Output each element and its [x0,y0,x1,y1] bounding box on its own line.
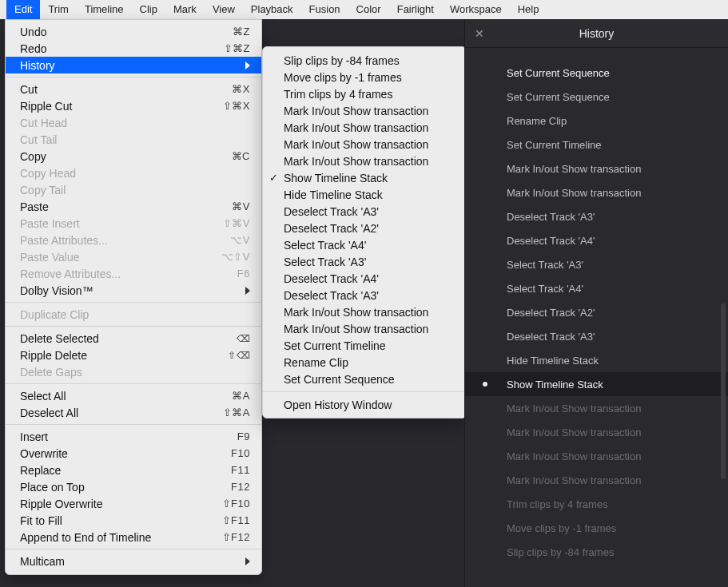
history-panel-item[interactable]: Select Track 'A3' [465,252,728,276]
menu-item-insert[interactable]: InsertF9 [6,428,261,445]
history-panel-item-label: Mark In/out Show transaction [507,403,641,414]
history-item-label: Select Track 'A4' [284,239,366,252]
menu-item-append-to-end-of-timeline[interactable]: Append to End of Timeline⇧F12 [6,529,261,545]
history-panel-item[interactable]: Mark In/out Show transaction [465,396,728,420]
history-item[interactable]: Slip clips by -84 frames [263,52,466,69]
history-panel-item[interactable]: Mark In/out Show transaction [465,444,728,468]
menu-item-cut[interactable]: Cut⌘X [6,81,261,97]
menu-item-ripple-cut[interactable]: Ripple Cut⇧⌘X [6,97,261,114]
history-panel-item[interactable]: Set Current Sequence [465,85,728,109]
history-item[interactable]: Mark In/out Show transaction [263,136,466,153]
history-panel-item[interactable]: Deselect Track 'A3' [465,204,728,228]
history-item[interactable]: Select Track 'A4' [263,236,466,253]
menu-item-dolby-vision[interactable]: Dolby Vision™ [6,282,261,299]
history-item[interactable]: Deselect Track 'A3' [263,287,466,303]
history-item[interactable]: Set Current Sequence [263,371,466,387]
menu-shortcut: F6 [237,268,250,280]
menu-item-label: Place on Top [20,481,231,494]
menu-item-label: History [20,59,241,72]
menu-item-paste[interactable]: Paste⌘V [6,198,261,215]
history-panel-item[interactable]: Mark In/out Show transaction [465,420,728,444]
menu-item-delete-selected[interactable]: Delete Selected⌫ [6,330,261,347]
menu-item-copy[interactable]: Copy⌘C [6,148,261,165]
menu-item-duplicate-clip: Duplicate Clip [6,306,261,323]
history-item[interactable]: Move clips by -1 frames [263,69,466,85]
menu-fairlight[interactable]: Fairlight [389,0,442,19]
menu-item-fit-to-fill[interactable]: Fit to Fill⇧F11 [6,512,261,529]
menu-item-label: Paste Insert [20,217,223,230]
history-item-label: Deselect Track 'A3' [284,205,379,218]
menu-item-undo[interactable]: Undo⌘Z [6,23,261,40]
menu-fusion[interactable]: Fusion [301,0,348,19]
history-item-label: Rename Clip [284,356,348,369]
history-item[interactable]: Mark In/out Show transaction [263,119,466,136]
menu-playback[interactable]: Playback [243,0,301,19]
history-item[interactable]: Select Track 'A3' [263,253,466,270]
history-item[interactable]: Deselect Track 'A2' [263,220,466,236]
menu-item-place-on-top[interactable]: Place on TopF12 [6,478,261,495]
scrollbar-thumb[interactable] [721,303,726,479]
close-icon[interactable]: ✕ [475,27,484,40]
menu-item-label: Ripple Cut [20,100,223,113]
menu-shortcut: ⇧F12 [222,531,250,543]
history-item[interactable]: Trim clips by 4 frames [263,85,466,102]
menu-shortcut: ⇧⌘A [223,407,250,418]
history-item-label: Deselect Track 'A3' [284,289,379,302]
menu-shortcut: ⇧⌘V [223,217,250,229]
history-item[interactable]: Set Current Timeline [263,337,466,354]
history-panel-item[interactable]: Deselect Track 'A2' [465,300,728,324]
menu-view[interactable]: View [205,0,243,19]
menu-item-deselect-all[interactable]: Deselect All⇧⌘A [6,404,261,421]
history-item[interactable]: Deselect Track 'A3' [263,203,466,220]
menu-item-redo[interactable]: Redo⇧⌘Z [6,40,261,57]
menubar: EditTrimTimelineClipMarkViewPlaybackFusi… [0,0,728,19]
history-panel-item[interactable]: Slip clips by -84 frames [465,540,728,564]
history-item[interactable]: Mark In/out Show transaction [263,320,466,337]
history-panel-item[interactable]: Show Timeline Stack [465,372,728,396]
history-panel-item-label: Slip clips by -84 frames [507,546,614,558]
history-panel-item[interactable]: Set Current Sequence [465,61,728,85]
history-panel-item-label: Deselect Track 'A4' [507,235,595,247]
menu-item-history[interactable]: History [6,57,261,73]
history-panel-item[interactable]: Deselect Track 'A4' [465,228,728,252]
history-panel-item[interactable]: Move clips by -1 frames [465,516,728,540]
history-panel-item[interactable]: Select Track 'A4' [465,276,728,300]
history-item[interactable]: Hide Timeline Stack [263,186,466,203]
menu-item-label: Paste Attributes... [20,234,230,247]
history-panel-item[interactable]: Mark In/out Show transaction [465,468,728,492]
menu-item-multicam[interactable]: Multicam [6,553,261,569]
open-history-window[interactable]: Open History Window [263,396,466,413]
menu-clip[interactable]: Clip [132,0,165,19]
menu-mark[interactable]: Mark [165,0,205,19]
menu-workspace[interactable]: Workspace [442,0,510,19]
history-item[interactable]: Mark In/out Show transaction [263,102,466,119]
menu-item-cut-tail: Cut Tail [6,131,261,148]
history-panel-item[interactable]: Mark In/out Show transaction [465,157,728,180]
history-item-label: Mark In/out Show transaction [284,105,428,117]
history-panel-item[interactable]: Hide Timeline Stack [465,348,728,372]
menu-item-label: Overwrite [20,447,231,460]
history-item[interactable]: ✓Show Timeline Stack [263,169,466,186]
history-panel-item[interactable]: Set Current Timeline [465,133,728,157]
menu-item-ripple-overwrite[interactable]: Ripple Overwrite⇧F10 [6,495,261,512]
history-item[interactable]: Deselect Track 'A4' [263,270,466,287]
history-item[interactable]: Mark In/out Show transaction [263,303,466,320]
history-panel-item[interactable]: Trim clips by 4 frames [465,492,728,516]
menu-item-overwrite[interactable]: OverwriteF10 [6,445,261,462]
menu-edit[interactable]: Edit [6,0,40,19]
menu-trim[interactable]: Trim [40,0,77,19]
menu-item-ripple-delete[interactable]: Ripple Delete⇧⌫ [6,347,261,363]
history-panel-item[interactable]: Mark In/out Show transaction [465,180,728,204]
menu-item-select-all[interactable]: Select All⌘A [6,387,261,404]
history-panel-item[interactable]: Deselect Track 'A3' [465,324,728,348]
menu-item-label: Dolby Vision™ [20,284,241,297]
history-item[interactable]: Mark In/out Show transaction [263,153,466,169]
menu-help[interactable]: Help [510,0,547,19]
history-panel-item[interactable]: Rename Clip [465,109,728,133]
menu-color[interactable]: Color [348,0,389,19]
history-item-label: Trim clips by 4 frames [284,88,392,101]
menu-timeline[interactable]: Timeline [77,0,132,19]
history-item[interactable]: Rename Clip [263,354,466,371]
history-item-label: Deselect Track 'A2' [284,222,379,235]
menu-item-replace[interactable]: ReplaceF11 [6,462,261,478]
